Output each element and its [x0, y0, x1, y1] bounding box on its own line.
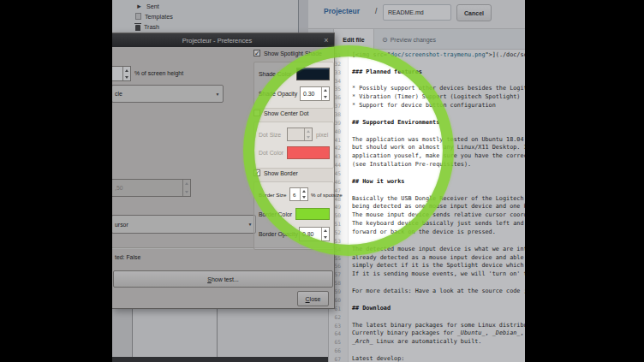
- github-header: Projecteur / Cancel: [308, 0, 525, 28]
- editor-tab-bar: Edit file ⊙ Preview changes: [308, 28, 525, 50]
- folder-item-trash[interactable]: Trash: [135, 21, 159, 32]
- line-number: 66: [329, 347, 341, 355]
- spot-shape-value: cle: [112, 91, 212, 97]
- dot-size-spinbox: [287, 128, 313, 141]
- border-size-spinbox[interactable]: 6: [289, 187, 308, 201]
- code-line: 34: [329, 77, 525, 86]
- code-line: 35* Possibly support other devices besid…: [329, 85, 525, 93]
- dialog-title: Projecteur - Preferences: [182, 37, 252, 45]
- trash-icon: [135, 25, 140, 31]
- close-button[interactable]: Close: [297, 291, 329, 306]
- spot-shape-combobox[interactable]: cle ▼: [112, 85, 224, 103]
- thunderbird-bottom-panes: [112, 309, 328, 362]
- shade-color-label: Shade Color: [259, 71, 296, 77]
- dot-color-label: Dot Color: [259, 150, 287, 156]
- filename-input[interactable]: [383, 4, 451, 21]
- code-lines: 31[<img src="doc/screenshot-traymenu.png…: [329, 51, 525, 362]
- line-number: 67: [329, 355, 341, 362]
- code-line: 41The application was mostly tested on U…: [329, 136, 525, 145]
- border-size-label: Border Size: [259, 192, 289, 198]
- checkbox-checked-icon: [253, 50, 260, 56]
- show-center-dot-label: Show Center Dot: [264, 110, 308, 116]
- dialog-close-icon[interactable]: ×: [321, 35, 331, 45]
- code-line: 36* Vibration (Timer) Support (Logitech …: [329, 93, 525, 102]
- code-line: 37* Support for device button configurat…: [329, 102, 525, 110]
- code-line: 58: [329, 279, 525, 288]
- code-line: 44(see Installation Pre-requisites).: [329, 161, 525, 169]
- chevron-down-icon: ▼: [212, 92, 223, 97]
- line-number: 63: [329, 322, 341, 330]
- border-opacity-spinbox[interactable]: 0,80: [299, 227, 330, 241]
- code-line: 62: [329, 313, 525, 322]
- tab-preview-label: Preview changes: [391, 37, 436, 43]
- code-line: 32: [329, 60, 525, 68]
- code-line: 59For more details: Have a look at the s…: [329, 288, 525, 296]
- thunderbird-status-bar: [112, 357, 328, 362]
- code-line: 50The mouse input device sends relative …: [329, 211, 525, 220]
- code-line: 45: [329, 169, 525, 178]
- tab-edit-file[interactable]: Edit file: [333, 29, 374, 50]
- pane-right: [218, 309, 328, 362]
- code-line: 61## Download: [329, 305, 525, 313]
- code-line: 47: [329, 187, 525, 195]
- code-line: 54The detected mouse input device is wha…: [329, 246, 525, 254]
- connection-status-text: ted: False: [115, 254, 140, 260]
- eye-icon: ⊙: [382, 36, 388, 44]
- disabled-spinbox: ,50: [112, 179, 191, 197]
- show-spotlight-shade-checkbox[interactable]: Show Spotlight Shade: [253, 50, 322, 56]
- folder-item-sent[interactable]: Sent: [135, 1, 159, 11]
- code-line: 43application youself, make sure you hav…: [329, 152, 525, 161]
- code-line: 65_Arch_ Linux are automatically built.: [329, 338, 525, 347]
- code-line: 40: [329, 128, 525, 136]
- border-color-swatch[interactable]: [295, 208, 330, 220]
- folder-label: Trash: [144, 23, 159, 31]
- line-number: 64: [329, 329, 341, 338]
- shade-color-swatch[interactable]: [296, 68, 330, 80]
- thunderbird-folder-pane: SentTemplatesTrash: [112, 0, 299, 33]
- code-line: 39## Supported Environments: [329, 119, 525, 128]
- show-center-dot-checkbox[interactable]: Show Center Dot: [253, 110, 308, 116]
- border-opacity-value: 0,80: [300, 231, 321, 237]
- checkbox-unchecked-icon: [253, 110, 260, 116]
- show-spotlight-shade-label: Show Spotlight Shade: [264, 50, 322, 56]
- border-color-label: Border Color: [259, 211, 295, 217]
- code-line: 48Basically the USB Dongle Receiver of t…: [329, 195, 525, 204]
- spot-size-spinbox[interactable]: [112, 66, 131, 81]
- code-editor[interactable]: 31[<img src="doc/screenshot-traymenu.png…: [328, 50, 525, 362]
- template-icon: [135, 13, 141, 20]
- breadcrumb-separator: /: [375, 7, 377, 15]
- code-line: 42but should work on almost any Linux/X1…: [329, 144, 525, 152]
- cancel-button[interactable]: Cancel: [456, 4, 492, 21]
- dot-size-label: Dot Size: [259, 132, 287, 138]
- code-line: 57If it is sending mouse events, we will…: [329, 270, 525, 279]
- show-border-checkbox[interactable]: Show Border: [253, 169, 298, 176]
- border-size-value: 6: [290, 192, 300, 198]
- border-opacity-label: Border Opacity: [259, 231, 299, 237]
- code-line: 49being detected as one mouse input devi…: [329, 203, 525, 211]
- checkbox-checked-icon: [253, 169, 260, 176]
- dot-color-swatch: [287, 146, 330, 159]
- cursor-combobox[interactable]: ursor ▼: [112, 215, 256, 234]
- code-line: 67Latest develop:: [329, 355, 525, 362]
- folder-item-templates[interactable]: Templates: [135, 11, 173, 21]
- screen-content: SentTemplatesTrash Projecteur / Cancel E…: [112, 0, 525, 362]
- line-number: 62: [329, 313, 341, 322]
- show-test-button[interactable]: Show test...: [113, 270, 333, 288]
- shade-opacity-spinbox[interactable]: 0.30: [300, 86, 330, 101]
- tab-preview-changes[interactable]: ⊙ Preview changes: [382, 29, 436, 50]
- dialog-title-bar[interactable]: Projecteur - Preferences ×: [112, 33, 334, 47]
- code-line: 33### Planned features: [329, 68, 525, 77]
- border-groupbox: Border Size 6 % of spotsize Border Color…: [253, 181, 334, 250]
- tab-edit-file-label: Edit file: [343, 37, 364, 43]
- pane-middle: [133, 309, 218, 362]
- code-line: 53: [329, 237, 525, 246]
- repo-link[interactable]: Projecteur: [324, 7, 360, 15]
- disabled-spinbox-value: ,50: [112, 185, 182, 191]
- cursor-value: ursor: [112, 222, 245, 228]
- shade-opacity-value: 0.30: [301, 91, 321, 97]
- code-line: 63The latest binary packages for some Li…: [329, 322, 525, 330]
- pane-left: [112, 309, 133, 362]
- code-line: 60: [329, 296, 525, 305]
- dot-size-suffix-label: pixel: [316, 132, 328, 138]
- center-dot-groupbox: Dot Size pixel Dot Color: [253, 122, 334, 169]
